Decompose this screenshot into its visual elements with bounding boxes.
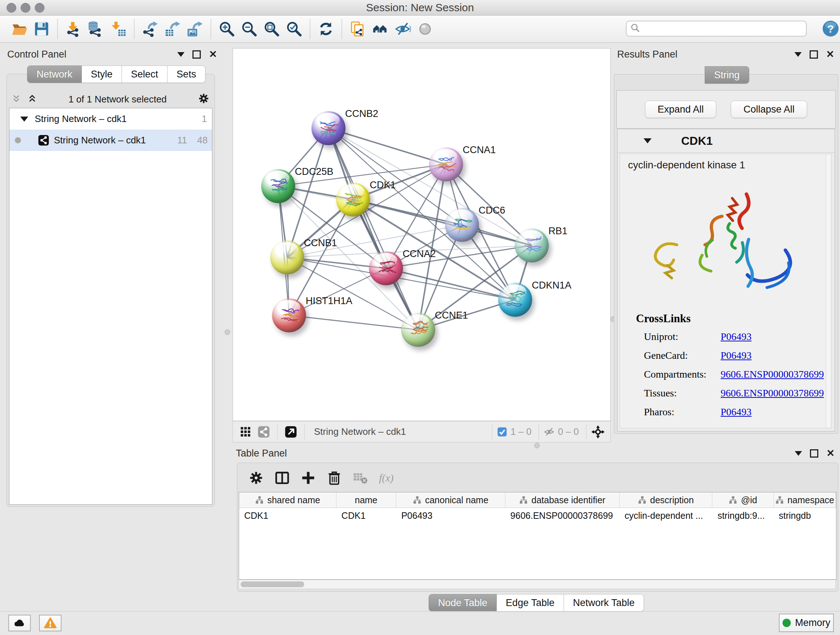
crosslink-link[interactable]: P06493: [721, 331, 752, 342]
status-bar-divider: [0, 611, 840, 611]
network-node-ccna1[interactable]: [429, 147, 463, 181]
export-network-button[interactable]: [139, 18, 161, 40]
plus-icon[interactable]: [300, 470, 316, 486]
column-header-name[interactable]: name: [336, 492, 396, 508]
export-image-button[interactable]: [184, 18, 206, 40]
collapse-entry-icon[interactable]: [644, 138, 652, 143]
gear-icon[interactable]: [197, 92, 210, 106]
network-node-cdk1[interactable]: [336, 182, 370, 217]
panel-float-icon[interactable]: [193, 50, 201, 59]
toolbar-separator: [134, 19, 134, 39]
column-label: canonical name: [425, 495, 488, 505]
open-folder-button[interactable]: [8, 18, 30, 40]
zoom-fit-button[interactable]: [261, 18, 283, 40]
crosslink-link[interactable]: 9606.ENSP00000378699: [721, 369, 824, 380]
panel-float-icon[interactable]: [810, 50, 818, 59]
eye-slash-gray-icon[interactable]: [543, 426, 555, 438]
help-button[interactable]: ?: [822, 20, 839, 37]
network-node-ccna2[interactable]: [369, 251, 403, 285]
selected-checkbox-icon[interactable]: [497, 426, 508, 437]
expand-all-button[interactable]: Expand All: [645, 101, 717, 118]
network-node-cdc25b[interactable]: [261, 169, 295, 203]
export-table-button[interactable]: [161, 18, 184, 40]
tree-row[interactable]: String Network – cdk11148: [9, 130, 212, 151]
panel-close-icon[interactable]: ✕: [209, 51, 217, 57]
expand-all-icon[interactable]: [27, 93, 38, 105]
main-toolbar: ?: [0, 16, 840, 43]
columns-icon[interactable]: [274, 470, 290, 486]
column-header-description[interactable]: description: [620, 492, 713, 508]
column-header-databaseidentifier[interactable]: database identifier: [505, 492, 620, 508]
tab-sets[interactable]: Sets: [167, 65, 205, 83]
gear-icon[interactable]: [248, 470, 264, 486]
protein-structure-image: [635, 177, 805, 303]
panel-close-icon[interactable]: ✕: [826, 51, 834, 57]
panel-close-icon[interactable]: ✕: [826, 450, 835, 456]
crosslink-link[interactable]: 9606.ENSP00000378699: [721, 387, 824, 399]
memory-button[interactable]: Memory: [779, 614, 834, 632]
column-header-canonicalname[interactable]: canonical name: [396, 492, 505, 508]
save-floppy-button[interactable]: [30, 18, 53, 40]
collapse-all-button[interactable]: Collapse All: [731, 101, 807, 118]
search-input[interactable]: [626, 21, 807, 36]
trash-icon[interactable]: [326, 470, 342, 486]
table-horizontal-scrollbar[interactable]: [239, 580, 836, 589]
tab-select[interactable]: Select: [122, 65, 167, 83]
zoom-in-button[interactable]: [216, 18, 238, 40]
refresh-button[interactable]: [315, 18, 337, 40]
import-table-button[interactable]: [107, 18, 129, 40]
column-label: shared name: [267, 495, 320, 505]
houses-button[interactable]: [369, 18, 392, 40]
crosslink-link[interactable]: P06493: [721, 406, 752, 418]
column-header-sharedname[interactable]: shared name: [239, 492, 336, 508]
table-row[interactable]: CDK1CDK1P064939606.ENSP00000378699cyclin…: [239, 508, 836, 523]
open-external-icon[interactable]: [284, 425, 297, 439]
tab-node-table[interactable]: Node Table: [429, 594, 497, 611]
panel-float-icon[interactable]: [810, 449, 818, 458]
window-minimize-button[interactable]: [21, 3, 30, 13]
share-icon[interactable]: [257, 425, 270, 439]
network-node-hist1h1a[interactable]: [272, 298, 306, 333]
results-scrollbar[interactable]: [826, 155, 830, 427]
table-toolbar: f(x): [248, 468, 398, 488]
results-buttons-box: Expand All Collapse All: [616, 90, 836, 128]
zoom-out-button[interactable]: [238, 18, 261, 40]
import-database-button[interactable]: [85, 18, 107, 40]
disclosure-triangle-icon[interactable]: [20, 117, 28, 122]
panel-menu-icon[interactable]: [177, 52, 185, 57]
column-header-namespace[interactable]: namespace: [774, 492, 836, 508]
tab-network-table[interactable]: Network Table: [564, 594, 644, 611]
node-count: 11: [177, 135, 187, 146]
network-canvas[interactable]: CCNB2CCNA1CDC25BCDK1CDC6RB1CCNB1CCNA2CDK…: [233, 48, 611, 421]
window-close-button[interactable]: [6, 3, 16, 13]
panel-menu-icon[interactable]: [795, 451, 802, 456]
collapse-all-icon[interactable]: [11, 93, 22, 105]
grid-icon[interactable]: [239, 425, 252, 439]
network-node-rb1[interactable]: [515, 228, 549, 263]
tree-row[interactable]: String Network – cdk11: [9, 108, 212, 130]
cloud-button[interactable]: [8, 615, 31, 631]
warning-button[interactable]: [39, 615, 62, 631]
tab-style[interactable]: Style: [82, 65, 122, 83]
results-entry-header[interactable]: CDK1: [617, 129, 835, 153]
network-node-ccnb1[interactable]: [270, 241, 304, 274]
network-node-ccne1[interactable]: [401, 313, 435, 347]
panel-menu-icon[interactable]: [794, 52, 802, 57]
tab-network[interactable]: Network: [27, 65, 82, 83]
crosshair-icon[interactable]: [591, 424, 605, 439]
network-node-cdkn1a[interactable]: [498, 283, 532, 317]
network-node-ccnb2[interactable]: [311, 111, 346, 145]
window-zoom-button[interactable]: [35, 3, 44, 13]
column-header-id[interactable]: @id: [712, 492, 774, 508]
tab-string[interactable]: String: [705, 66, 749, 84]
documents-share-button[interactable]: [347, 18, 369, 40]
zoom-selected-button[interactable]: [283, 18, 305, 40]
left-splitter-handle[interactable]: [225, 329, 230, 335]
import-network-button[interactable]: [62, 18, 85, 40]
scrollbar-thumb[interactable]: [240, 581, 304, 587]
tab-edge-table[interactable]: Edge Table: [497, 594, 564, 611]
eye-slash-button[interactable]: [392, 18, 414, 40]
network-node-cdc6[interactable]: [445, 208, 479, 242]
crosslink-link[interactable]: P06493: [721, 350, 752, 361]
orb-button[interactable]: [414, 18, 436, 40]
